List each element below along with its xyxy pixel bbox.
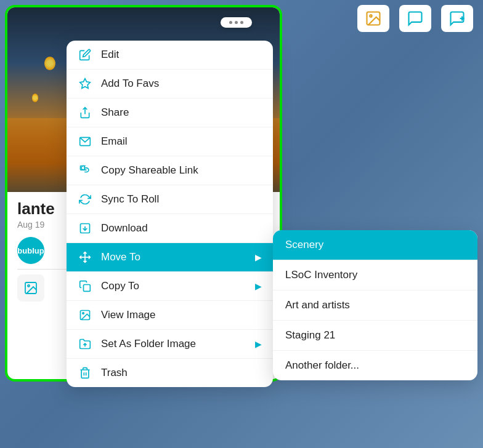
svg-point-17 <box>83 313 84 314</box>
menu-label-email: Email <box>101 135 262 148</box>
submenu-move-to: Scenery LSoC Inventory Art and artists S… <box>273 230 477 380</box>
submenu-item-art-and-artists[interactable]: Art and artists <box>273 290 477 321</box>
menu-item-sync-to-roll[interactable]: Sync To Roll <box>67 185 273 214</box>
email-icon <box>78 134 92 149</box>
set-folder-image-arrow: ▶ <box>255 339 262 349</box>
svg-rect-15 <box>84 285 91 292</box>
share-icon <box>78 105 92 120</box>
menu-label-sync-to-roll: Sync To Roll <box>101 193 262 206</box>
menu-label-copy-to: Copy To <box>101 280 255 292</box>
menu-label-download: Download <box>101 222 262 234</box>
menu-item-email[interactable]: Email <box>67 127 273 156</box>
submenu-item-lsoc-inventory[interactable]: LSoC Inventory <box>273 260 477 290</box>
sync-icon <box>78 192 92 207</box>
menu-item-edit[interactable]: Edit <box>67 41 273 70</box>
menu-item-copy-to[interactable]: Copy To ▶ <box>67 272 273 301</box>
pencil-icon <box>78 47 92 62</box>
menu-item-download[interactable]: Download <box>67 214 273 243</box>
svg-marker-6 <box>80 79 91 89</box>
menu-label-set-as-folder-image: Set As Folder Image <box>101 338 255 350</box>
star-icon <box>78 76 92 91</box>
menu-label-move-to: Move To <box>101 251 255 263</box>
submenu-item-staging-21[interactable]: Staging 21 <box>273 321 477 351</box>
menu-item-set-as-folder-image[interactable]: Set As Folder Image ▶ <box>67 330 273 359</box>
add-chat-icon[interactable] <box>441 5 473 32</box>
move-to-arrow: ▶ <box>255 252 262 262</box>
submenu-item-scenery[interactable]: Scenery <box>273 230 477 260</box>
submenu-item-another-folder[interactable]: Another folder... <box>273 351 477 380</box>
menu-item-share[interactable]: Share <box>67 98 273 127</box>
menu-label-copy-shareable-link: Copy Shareable Link <box>101 164 262 177</box>
svg-point-1 <box>370 15 372 17</box>
download-icon <box>78 221 92 236</box>
trash-icon <box>78 366 92 380</box>
more-options-button[interactable] <box>221 17 252 28</box>
link-icon <box>78 163 92 178</box>
copy-icon <box>78 279 92 294</box>
menu-item-copy-shareable-link[interactable]: Copy Shareable Link <box>67 156 273 185</box>
chat-icon[interactable] <box>399 5 431 32</box>
menu-item-add-to-favs[interactable]: Add To Favs <box>67 70 273 98</box>
move-icon <box>78 250 92 265</box>
view-image-icon <box>78 308 92 322</box>
image-tab-icon[interactable] <box>357 5 389 32</box>
context-menu: Edit Add To Favs Share Email <box>67 41 273 387</box>
menu-label-edit: Edit <box>101 49 262 61</box>
menu-item-view-image[interactable]: View Image <box>67 301 273 330</box>
dot-3 <box>240 21 243 24</box>
menu-label-view-image: View Image <box>101 309 262 321</box>
menu-item-move-to[interactable]: Move To ▶ <box>67 243 273 272</box>
menu-item-trash[interactable]: Trash <box>67 359 273 387</box>
menu-label-add-to-favs: Add To Favs <box>101 78 262 90</box>
card-bottom-icon[interactable] <box>17 274 44 302</box>
avatar: bublup <box>17 237 44 264</box>
top-icons-bar <box>347 0 483 37</box>
dot-2 <box>235 21 238 24</box>
copy-to-arrow: ▶ <box>255 281 262 291</box>
folder-image-icon <box>78 337 92 351</box>
dot-1 <box>229 21 232 24</box>
menu-label-trash: Trash <box>101 367 262 379</box>
menu-label-share: Share <box>101 106 262 119</box>
svg-point-5 <box>28 285 30 287</box>
